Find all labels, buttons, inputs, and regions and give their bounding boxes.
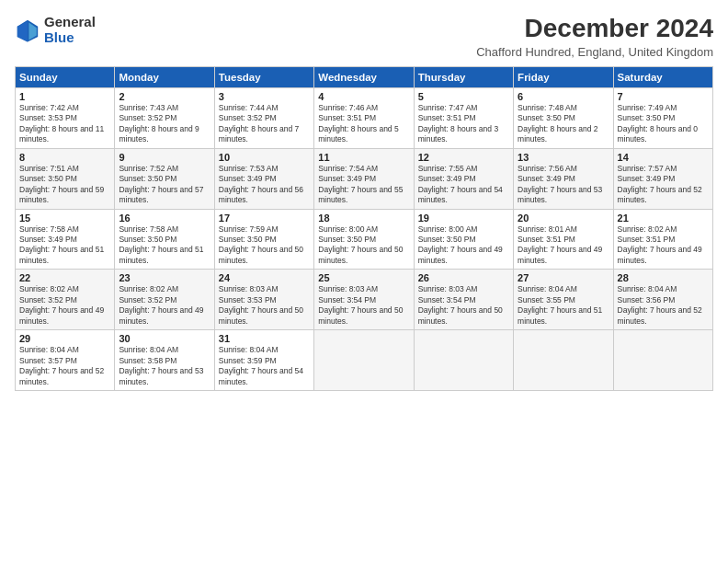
day-number: 19 xyxy=(418,213,509,224)
cell-w5-d6 xyxy=(514,330,613,391)
cell-w1-d4: 4Sunrise: 7:46 AMSunset: 3:51 PMDaylight… xyxy=(314,87,414,148)
day-info: Sunrise: 8:04 AMSunset: 3:58 PMDaylight:… xyxy=(119,345,210,387)
cell-w4-d7: 28Sunrise: 8:04 AMSunset: 3:56 PMDayligh… xyxy=(613,270,712,330)
col-friday: Friday xyxy=(514,66,613,87)
day-info: Sunrise: 8:04 AMSunset: 3:55 PMDaylight:… xyxy=(518,284,609,327)
cell-w2-d5: 12Sunrise: 7:55 AMSunset: 3:49 PMDayligh… xyxy=(414,148,513,209)
day-info: Sunrise: 7:56 AMSunset: 3:49 PMDaylight:… xyxy=(518,164,609,206)
day-info: Sunrise: 8:04 AMSunset: 3:56 PMDaylight:… xyxy=(618,284,709,327)
day-info: Sunrise: 7:57 AMSunset: 3:49 PMDaylight:… xyxy=(618,164,709,206)
cell-w3-d4: 18Sunrise: 8:00 AMSunset: 3:50 PMDayligh… xyxy=(314,209,414,270)
day-number: 15 xyxy=(19,213,110,224)
weekday-row: Sunday Monday Tuesday Wednesday Thursday… xyxy=(16,66,713,87)
week-row-5: 29Sunrise: 8:04 AMSunset: 3:57 PMDayligh… xyxy=(16,330,713,391)
day-number: 27 xyxy=(518,272,609,283)
day-number: 30 xyxy=(119,333,210,344)
day-info: Sunrise: 8:01 AMSunset: 3:51 PMDaylight:… xyxy=(518,224,609,267)
cell-w1-d2: 2Sunrise: 7:43 AMSunset: 3:52 PMDaylight… xyxy=(115,87,214,148)
day-number: 11 xyxy=(318,152,409,163)
day-number: 24 xyxy=(219,272,310,283)
week-row-4: 22Sunrise: 8:02 AMSunset: 3:52 PMDayligh… xyxy=(16,270,713,330)
day-number: 21 xyxy=(618,213,709,224)
day-number: 5 xyxy=(418,91,509,102)
cell-w4-d5: 26Sunrise: 8:03 AMSunset: 3:54 PMDayligh… xyxy=(414,270,513,330)
calendar-header: Sunday Monday Tuesday Wednesday Thursday… xyxy=(16,66,713,87)
day-info: Sunrise: 7:46 AMSunset: 3:51 PMDaylight:… xyxy=(318,103,409,145)
week-row-3: 15Sunrise: 7:58 AMSunset: 3:49 PMDayligh… xyxy=(16,209,713,270)
cell-w2-d4: 11Sunrise: 7:54 AMSunset: 3:49 PMDayligh… xyxy=(314,148,414,209)
day-number: 17 xyxy=(219,213,310,224)
cell-w4-d4: 25Sunrise: 8:03 AMSunset: 3:54 PMDayligh… xyxy=(314,270,414,330)
day-info: Sunrise: 7:53 AMSunset: 3:49 PMDaylight:… xyxy=(219,164,310,206)
col-sunday: Sunday xyxy=(16,66,115,87)
header: General Blue December 2024 Chafford Hund… xyxy=(15,15,713,59)
day-number: 1 xyxy=(19,91,110,102)
cell-w2-d1: 8Sunrise: 7:51 AMSunset: 3:50 PMDaylight… xyxy=(16,148,115,209)
cell-w2-d2: 9Sunrise: 7:52 AMSunset: 3:50 PMDaylight… xyxy=(115,148,214,209)
col-monday: Monday xyxy=(115,66,214,87)
day-info: Sunrise: 7:48 AMSunset: 3:50 PMDaylight:… xyxy=(518,103,609,145)
day-info: Sunrise: 8:03 AMSunset: 3:53 PMDaylight:… xyxy=(219,284,310,327)
cell-w5-d7 xyxy=(613,330,712,391)
cell-w5-d4 xyxy=(314,330,414,391)
day-number: 4 xyxy=(318,91,409,102)
day-info: Sunrise: 8:00 AMSunset: 3:50 PMDaylight:… xyxy=(318,224,409,267)
day-number: 10 xyxy=(219,152,310,163)
col-saturday: Saturday xyxy=(613,66,712,87)
title-block: December 2024 Chafford Hundred, England,… xyxy=(476,15,713,59)
day-info: Sunrise: 8:02 AMSunset: 3:51 PMDaylight:… xyxy=(618,224,709,267)
cell-w1-d6: 6Sunrise: 7:48 AMSunset: 3:50 PMDaylight… xyxy=(514,87,613,148)
day-info: Sunrise: 7:49 AMSunset: 3:50 PMDaylight:… xyxy=(618,103,709,145)
day-number: 28 xyxy=(618,272,709,283)
day-info: Sunrise: 7:44 AMSunset: 3:52 PMDaylight:… xyxy=(219,103,310,145)
cell-w3-d7: 21Sunrise: 8:02 AMSunset: 3:51 PMDayligh… xyxy=(613,209,712,270)
calendar: Sunday Monday Tuesday Wednesday Thursday… xyxy=(15,66,713,391)
col-tuesday: Tuesday xyxy=(214,66,313,87)
day-number: 22 xyxy=(19,272,110,283)
day-info: Sunrise: 8:02 AMSunset: 3:52 PMDaylight:… xyxy=(19,284,110,327)
week-row-1: 1Sunrise: 7:42 AMSunset: 3:53 PMDaylight… xyxy=(16,87,713,148)
day-info: Sunrise: 7:55 AMSunset: 3:49 PMDaylight:… xyxy=(418,164,509,206)
cell-w3-d6: 20Sunrise: 8:01 AMSunset: 3:51 PMDayligh… xyxy=(514,209,613,270)
cell-w5-d2: 30Sunrise: 8:04 AMSunset: 3:58 PMDayligh… xyxy=(115,330,214,391)
month-title: December 2024 xyxy=(476,15,713,43)
logo-blue: Blue xyxy=(44,30,96,46)
day-number: 9 xyxy=(119,152,210,163)
cell-w4-d6: 27Sunrise: 8:04 AMSunset: 3:55 PMDayligh… xyxy=(514,270,613,330)
cell-w1-d3: 3Sunrise: 7:44 AMSunset: 3:52 PMDaylight… xyxy=(214,87,313,148)
logo-general: General xyxy=(44,15,96,30)
day-info: Sunrise: 7:47 AMSunset: 3:51 PMDaylight:… xyxy=(418,103,509,145)
col-thursday: Thursday xyxy=(414,66,513,87)
cell-w1-d1: 1Sunrise: 7:42 AMSunset: 3:53 PMDaylight… xyxy=(16,87,115,148)
day-info: Sunrise: 8:02 AMSunset: 3:52 PMDaylight:… xyxy=(119,284,210,327)
day-info: Sunrise: 7:43 AMSunset: 3:52 PMDaylight:… xyxy=(119,103,210,145)
cell-w5-d3: 31Sunrise: 8:04 AMSunset: 3:59 PMDayligh… xyxy=(214,330,313,391)
day-number: 6 xyxy=(518,91,609,102)
day-number: 13 xyxy=(518,152,609,163)
day-number: 2 xyxy=(119,91,210,102)
day-info: Sunrise: 8:00 AMSunset: 3:50 PMDaylight:… xyxy=(418,224,509,267)
cell-w2-d3: 10Sunrise: 7:53 AMSunset: 3:49 PMDayligh… xyxy=(214,148,313,209)
cell-w2-d6: 13Sunrise: 7:56 AMSunset: 3:49 PMDayligh… xyxy=(514,148,613,209)
cell-w1-d7: 7Sunrise: 7:49 AMSunset: 3:50 PMDaylight… xyxy=(613,87,712,148)
day-number: 25 xyxy=(318,272,409,283)
day-number: 3 xyxy=(219,91,310,102)
page: General Blue December 2024 Chafford Hund… xyxy=(0,0,728,563)
cell-w4-d1: 22Sunrise: 8:02 AMSunset: 3:52 PMDayligh… xyxy=(16,270,115,330)
day-number: 14 xyxy=(618,152,709,163)
cell-w3-d3: 17Sunrise: 7:59 AMSunset: 3:50 PMDayligh… xyxy=(214,209,313,270)
cell-w5-d5 xyxy=(414,330,513,391)
cell-w1-d5: 5Sunrise: 7:47 AMSunset: 3:51 PMDaylight… xyxy=(414,87,513,148)
day-info: Sunrise: 7:42 AMSunset: 3:53 PMDaylight:… xyxy=(19,103,110,145)
day-info: Sunrise: 7:58 AMSunset: 3:49 PMDaylight:… xyxy=(19,224,110,267)
day-info: Sunrise: 7:59 AMSunset: 3:50 PMDaylight:… xyxy=(219,224,310,267)
week-row-2: 8Sunrise: 7:51 AMSunset: 3:50 PMDaylight… xyxy=(16,148,713,209)
day-info: Sunrise: 8:04 AMSunset: 3:59 PMDaylight:… xyxy=(219,345,310,387)
cell-w3-d1: 15Sunrise: 7:58 AMSunset: 3:49 PMDayligh… xyxy=(16,209,115,270)
col-wednesday: Wednesday xyxy=(314,66,414,87)
day-info: Sunrise: 7:58 AMSunset: 3:50 PMDaylight:… xyxy=(119,224,210,267)
calendar-body: 1Sunrise: 7:42 AMSunset: 3:53 PMDaylight… xyxy=(16,87,713,390)
day-info: Sunrise: 7:52 AMSunset: 3:50 PMDaylight:… xyxy=(119,164,210,206)
cell-w4-d3: 24Sunrise: 8:03 AMSunset: 3:53 PMDayligh… xyxy=(214,270,313,330)
day-number: 26 xyxy=(418,272,509,283)
